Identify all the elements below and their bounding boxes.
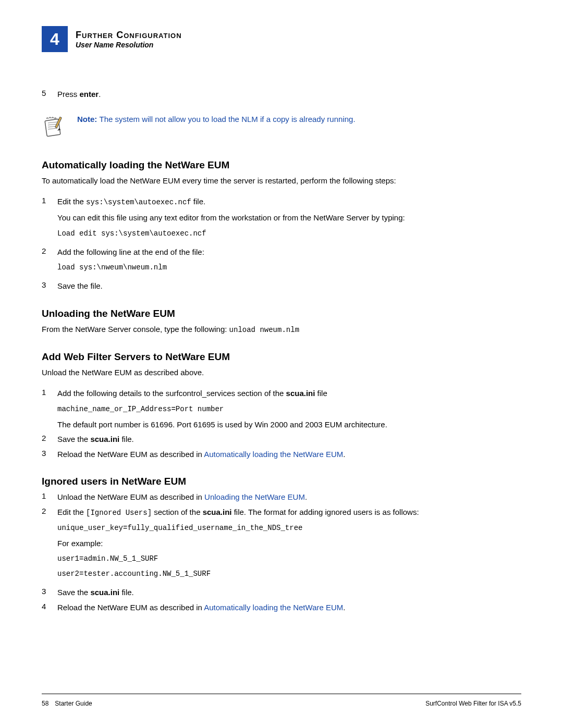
- ignored-step-4: 4 Reload the NetWare EUM as described in…: [42, 602, 521, 614]
- text: Add the following line at the end of the…: [57, 248, 204, 256]
- step-number: 2: [42, 434, 57, 446]
- text: file.: [119, 588, 134, 597]
- inline-code: [Ignored Users]: [86, 509, 152, 517]
- ignored-step-3: 3 Save the scua.ini file.: [42, 587, 521, 599]
- bold-text: scua.ini: [286, 389, 315, 398]
- auto-step-2: 2 Add the following line at the end of t…: [42, 246, 521, 278]
- step-number: 1: [42, 491, 57, 503]
- text: Add the following details to the surfcon…: [57, 389, 286, 398]
- step-body: Unload the NetWare EUM as described in U…: [57, 491, 521, 503]
- text: Unload the NetWare EUM as described in: [57, 492, 204, 501]
- step-number: 3: [42, 587, 57, 599]
- cross-reference-link[interactable]: Automatically loading the NetWare EUM: [204, 450, 343, 459]
- text: .: [305, 492, 307, 501]
- paragraph: Unload the NetWare EUM as described abov…: [42, 367, 521, 379]
- code-block: user1=admin.NW_5_1_SURF: [57, 553, 521, 564]
- text: Save the: [57, 588, 90, 597]
- bold-text: scua.ini: [90, 435, 119, 443]
- addwf-step-3: 3 Reload the NetWare EUM as described in…: [42, 449, 521, 461]
- step-body: Add the following details to the surfcon…: [57, 388, 521, 430]
- auto-step-1: 1 Edit the sys:\system\autoexec.ncf file…: [42, 196, 521, 243]
- text: Press: [57, 90, 80, 98]
- step-body: Save the scua.ini file.: [57, 587, 521, 599]
- text: The default port number is 61696. Port 6…: [57, 419, 521, 431]
- footer-left: 58 Starter Guide: [42, 700, 92, 707]
- step-number: 4: [42, 602, 57, 614]
- footer-product-name: SurfControl Web Filter for ISA v5.5: [425, 700, 521, 707]
- paragraph: To automatically load the NetWare EUM ev…: [42, 175, 521, 187]
- cross-reference-link[interactable]: Automatically loading the NetWare EUM: [204, 603, 343, 612]
- section-subtitle: User Name Resolution: [76, 41, 182, 49]
- text: file: [315, 389, 327, 398]
- page-footer: 58 Starter Guide SurfControl Web Filter …: [42, 700, 521, 707]
- document-page: 4 Further Configuration User Name Resolu…: [0, 0, 563, 728]
- chapter-number-box: 4: [42, 26, 68, 52]
- addwf-step-2: 2 Save the scua.ini file.: [42, 434, 521, 446]
- step-number: 1: [42, 196, 57, 243]
- chapter-title: Further Configuration: [76, 30, 182, 41]
- text: .: [99, 90, 101, 98]
- ignored-step-1: 1 Unload the NetWare EUM as described in…: [42, 491, 521, 503]
- inline-code: sys:\system\autoexec.ncf: [86, 198, 191, 206]
- text: Reload the NetWare EUM as described in: [57, 603, 204, 612]
- step-body: Reload the NetWare EUM as described in A…: [57, 602, 521, 614]
- text: From the NetWare Server console, type th…: [42, 325, 229, 334]
- note-block: Note: The system will not allow you to l…: [42, 114, 521, 139]
- bold-text: scua.ini: [203, 508, 232, 516]
- text: Edit the: [57, 508, 86, 516]
- note-content: The system will not allow you to load th…: [100, 115, 356, 124]
- note-text: Note: The system will not allow you to l…: [77, 114, 356, 126]
- auto-step-3: 3 Save the file.: [42, 280, 521, 292]
- page-header: 4 Further Configuration User Name Resolu…: [42, 26, 521, 52]
- bold-text: enter: [80, 90, 99, 98]
- text: Edit the: [57, 197, 86, 206]
- heading-add-servers: Add Web Filter Servers to NetWare EUM: [42, 351, 521, 363]
- cross-reference-link[interactable]: Unloading the NetWare EUM: [204, 492, 305, 501]
- step-body: Save the file.: [57, 280, 521, 292]
- bold-text: scua.ini: [90, 588, 119, 597]
- text: file.: [119, 435, 134, 443]
- step-number: 1: [42, 388, 57, 430]
- step-body: Press enter.: [57, 89, 521, 101]
- footer-divider: [42, 694, 521, 694]
- text: file.: [191, 197, 206, 206]
- page-number: 58: [42, 700, 48, 707]
- footer-guide-name: Starter Guide: [55, 700, 92, 707]
- step-body: Reload the NetWare EUM as described in A…: [57, 449, 521, 461]
- text: You can edit this file using any text ed…: [57, 212, 521, 224]
- code-block: load sys:\nweum\nweum.nlm: [57, 262, 521, 273]
- text: Save the: [57, 435, 90, 443]
- text: .: [343, 603, 345, 612]
- notepad-icon: [42, 114, 67, 139]
- header-text: Further Configuration User Name Resoluti…: [76, 30, 182, 49]
- code-block: machine_name_or_IP_Address=Port number: [57, 404, 521, 415]
- step-body: Save the scua.ini file.: [57, 434, 521, 446]
- step-body: Edit the [Ignored Users] section of the …: [57, 507, 521, 584]
- code-block: unique_user_key=fully_qualified_username…: [57, 523, 521, 534]
- step-number: 2: [42, 507, 57, 584]
- code-block: user2=tester.accounting.NW_5_1_SURF: [57, 569, 521, 579]
- step-body: Edit the sys:\system\autoexec.ncf file. …: [57, 196, 521, 243]
- step-number: 3: [42, 280, 57, 292]
- heading-auto-load: Automatically loading the NetWare EUM: [42, 159, 521, 171]
- text: For example:: [57, 538, 521, 550]
- step-number: 5: [42, 89, 57, 101]
- inline-code: unload nweum.nlm: [229, 326, 299, 334]
- step-number: 3: [42, 449, 57, 461]
- step-body: Add the following line at the end of the…: [57, 246, 521, 278]
- text: .: [343, 450, 345, 459]
- text: Reload the NetWare EUM as described in: [57, 450, 204, 459]
- note-label: Note:: [77, 115, 100, 124]
- code-block: Load edit sys:\system\autoexec.ncf: [57, 228, 521, 239]
- paragraph: From the NetWare Server console, type th…: [42, 324, 521, 336]
- text: section of the: [152, 508, 203, 516]
- step-5: 5 Press enter.: [42, 89, 521, 101]
- heading-unload: Unloading the NetWare EUM: [42, 308, 521, 319]
- step-number: 2: [42, 246, 57, 278]
- heading-ignored-users: Ignored users in NetWare EUM: [42, 476, 521, 487]
- text: file. The format for adding ignored user…: [232, 508, 419, 516]
- addwf-step-1: 1 Add the following details to the surfc…: [42, 388, 521, 430]
- ignored-step-2: 2 Edit the [Ignored Users] section of th…: [42, 507, 521, 584]
